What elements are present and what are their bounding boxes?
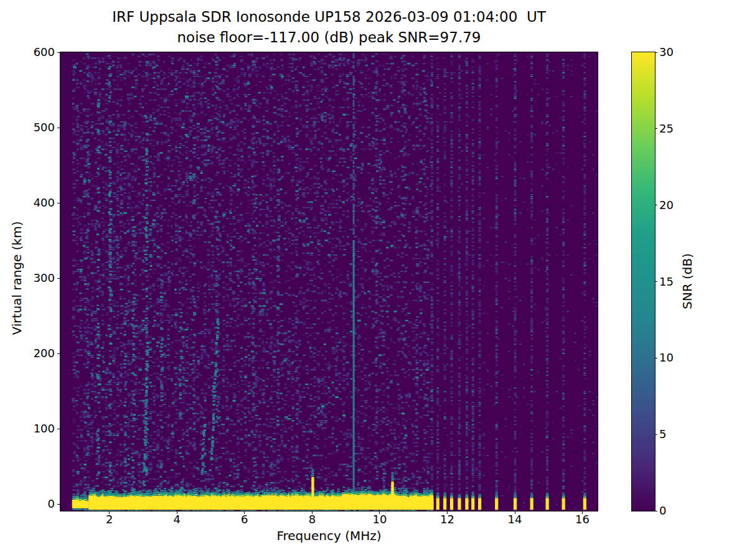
x-tick-label: 14 [496, 514, 533, 525]
colorbar-label: SNR (dB) [680, 253, 695, 309]
y-tick-mark [57, 203, 60, 203]
y-tick-mark [57, 353, 60, 354]
y-tick-mark [57, 504, 60, 505]
ionogram-figure: IRF Uppsala SDR Ionosonde UP158 2026-03-… [0, 0, 747, 560]
colorbar-tick-label: 15 [659, 276, 674, 287]
y-tick-mark [57, 52, 60, 53]
y-tick-label: 600 [22, 47, 55, 58]
y-tick-label: 200 [22, 348, 55, 359]
y-tick-label: 500 [22, 122, 55, 133]
y-tick-mark [57, 429, 60, 429]
x-axis-label: Frequency (MHz) [60, 528, 598, 543]
x-tick-label: 8 [293, 514, 331, 525]
x-tick-label: 4 [158, 514, 195, 525]
colorbar-tick-label: 0 [659, 505, 666, 516]
y-tick-mark [57, 278, 60, 279]
x-tick-label: 10 [361, 514, 398, 525]
colorbar-tick-mark [655, 281, 657, 282]
y-tick-label: 0 [22, 498, 55, 510]
colorbar-tick-label: 30 [659, 47, 674, 58]
colorbar-tick-label: 20 [659, 200, 674, 211]
y-tick-label: 100 [22, 423, 55, 434]
colorbar-tick-mark [655, 358, 657, 358]
x-tick-label: 16 [564, 514, 601, 525]
colorbar-tick-mark [655, 205, 657, 205]
colorbar-tick-mark [655, 511, 657, 511]
figure-subtitle: noise floor=-117.00 (dB) peak SNR=97.79 [60, 29, 598, 45]
colorbar-tick-label: 25 [659, 123, 674, 134]
x-tick-label: 2 [91, 514, 128, 525]
y-tick-label: 300 [22, 273, 55, 284]
x-tick-label: 12 [428, 514, 466, 525]
colorbar-tick-mark [655, 128, 657, 129]
colorbar-tick-label: 10 [659, 352, 674, 363]
y-tick-mark [57, 128, 60, 128]
colorbar-tick-mark [655, 434, 657, 435]
colorbar-tick-mark [655, 52, 657, 53]
y-tick-label: 400 [22, 197, 55, 208]
x-tick-label: 6 [226, 514, 263, 525]
colorbar [631, 52, 655, 511]
colorbar-tick-label: 5 [659, 429, 666, 440]
figure-title: IRF Uppsala SDR Ionosonde UP158 2026-03-… [60, 9, 598, 25]
ionogram-heatmap-canvas [60, 52, 598, 511]
